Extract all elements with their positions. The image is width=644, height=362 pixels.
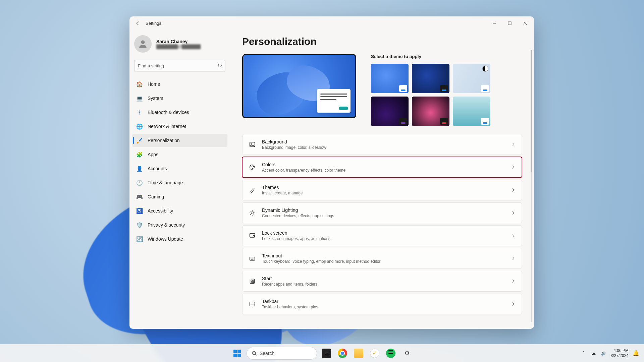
theme-tile-glow[interactable]	[371, 97, 409, 126]
theme-tile-flow[interactable]	[453, 97, 490, 126]
desktop: Settings Sarah Chaney ████████@███████	[0, 0, 644, 362]
folder-icon	[354, 349, 363, 358]
user-email: ████████@███████	[156, 44, 201, 49]
row-title: Dynamic Lighting	[262, 207, 505, 213]
sidebar-item-privacy[interactable]: 🛡️Privacy & security	[132, 218, 227, 232]
sidebar-item-label: Privacy & security	[148, 222, 185, 228]
sidebar-item-time[interactable]: 🕒Time & language	[132, 176, 227, 189]
dynamic-lighting-icon	[249, 209, 256, 217]
sidebar-item-apps[interactable]: 🧩Apps	[132, 148, 227, 161]
svg-point-8	[251, 212, 254, 214]
accessibility-icon: ♿	[136, 207, 143, 214]
theme-grid	[371, 64, 522, 126]
svg-point-18	[252, 351, 256, 355]
settings-taskbar-button[interactable]: ⚙	[400, 347, 414, 360]
chevron-right-icon	[511, 142, 516, 147]
svg-rect-10	[253, 236, 255, 237]
row-title: Lock screen	[262, 230, 505, 236]
minimize-button[interactable]	[486, 16, 502, 30]
scrollbar[interactable]	[531, 50, 532, 322]
setting-row-lock-screen[interactable]: Lock screenLock screen images, apps, ani…	[242, 225, 522, 246]
theme-mode-chip	[481, 85, 489, 92]
setting-row-taskbar[interactable]: TaskbarTaskbar behaviors, system pins	[242, 294, 522, 314]
chevron-right-icon	[511, 233, 516, 238]
sidebar-item-label: Windows Update	[148, 236, 183, 242]
row-title: Start	[262, 276, 505, 281]
svg-point-7	[253, 167, 254, 167]
row-subtitle: Lock screen images, apps, animations	[262, 236, 505, 241]
row-title: Text input	[262, 253, 505, 258]
text-input-icon	[249, 255, 256, 262]
maximize-button[interactable]	[502, 16, 517, 30]
close-button[interactable]	[517, 16, 533, 30]
app-title: Settings	[146, 21, 161, 26]
sidebar-item-bluetooth[interactable]: ᚼBluetooth & devices	[132, 106, 227, 119]
start-button[interactable]	[230, 347, 244, 360]
setting-row-colors[interactable]: ColorsAccent color, transparency effects…	[242, 157, 522, 178]
row-title: Taskbar	[262, 299, 505, 304]
theme-mode-chip	[440, 85, 448, 92]
chevron-right-icon	[511, 210, 516, 215]
sidebar-item-network[interactable]: 🌐Network & internet	[132, 120, 227, 133]
sidebar-item-update[interactable]: 🔄Windows Update	[132, 232, 227, 246]
svg-point-5	[251, 167, 251, 167]
user-account-row[interactable]: Sarah Chaney ████████@███████	[132, 33, 227, 57]
back-button[interactable]	[131, 16, 144, 30]
sidebar-item-accessibility[interactable]: ♿Accessibility	[132, 204, 227, 218]
volume-icon[interactable]: 🔊	[601, 350, 607, 356]
window-controls	[486, 16, 533, 30]
row-subtitle: Accent color, transparency effects, colo…	[262, 168, 505, 173]
clock[interactable]: 4:06 PM 3/27/2024	[611, 348, 629, 358]
setting-row-text-input[interactable]: Text inputTouch keyboard, voice typing, …	[242, 248, 522, 269]
svg-point-2	[218, 64, 221, 67]
contrast-icon	[482, 66, 488, 72]
theme-tile-captured-motion[interactable]	[412, 97, 449, 126]
sidebar-item-gaming[interactable]: 🎮Gaming	[132, 190, 227, 203]
search-input[interactable]	[134, 60, 225, 71]
taskbar-search-label: Search	[260, 351, 274, 356]
task-view-button[interactable]: ▭	[320, 347, 333, 360]
preview-sample-window	[317, 89, 351, 113]
search-wrap	[134, 60, 225, 71]
file-explorer-button[interactable]	[352, 347, 365, 360]
setting-row-start[interactable]: StartRecent apps and items, folders	[242, 271, 522, 292]
spotify-button[interactable]	[384, 347, 397, 360]
theme-tile-windows-dark[interactable]	[412, 64, 449, 93]
preview-row: Select a theme to apply	[242, 54, 522, 126]
chrome-button[interactable]	[336, 347, 349, 360]
sidebar-item-personalization[interactable]: 🖌️Personalization	[132, 134, 227, 147]
chevron-right-icon	[511, 302, 516, 306]
notifications-icon[interactable]: 🔔	[633, 350, 639, 356]
row-subtitle: Recent apps and items, folders	[262, 282, 505, 287]
setting-row-themes[interactable]: ThemesInstall, create, manage	[242, 180, 522, 200]
svg-rect-17	[250, 302, 255, 306]
svg-rect-11	[250, 257, 255, 260]
setting-row-dynamic-lighting[interactable]: Dynamic LightingConnected devices, effec…	[242, 202, 522, 223]
theme-tile-sunrise[interactable]	[453, 64, 490, 93]
row-title: Background	[262, 139, 505, 144]
norton-icon: ✓	[370, 349, 379, 358]
tray-chevron-icon[interactable]: ˄	[581, 350, 587, 356]
norton-button[interactable]: ✓	[368, 347, 381, 360]
search-icon	[252, 351, 257, 356]
onedrive-icon[interactable]: ☁	[591, 350, 597, 356]
chevron-right-icon	[511, 256, 516, 261]
chevron-right-icon	[511, 279, 516, 284]
theme-tile-windows-light[interactable]	[371, 64, 409, 93]
taskbar-search[interactable]: Search	[247, 347, 317, 360]
privacy-icon: 🛡️	[136, 222, 143, 228]
update-icon: 🔄	[136, 236, 143, 242]
sidebar-item-system[interactable]: 💻System	[132, 92, 227, 105]
svg-rect-16	[253, 282, 254, 283]
clock-time: 4:06 PM	[611, 348, 629, 353]
theme-mode-chip	[399, 118, 407, 125]
sidebar-item-home[interactable]: 🏠Home	[132, 77, 227, 91]
search-icon	[218, 63, 223, 68]
nav-list: 🏠Home💻SystemᚼBluetooth & devices🌐Network…	[132, 77, 227, 246]
setting-row-background[interactable]: BackgroundBackground image, color, slide…	[242, 134, 522, 155]
sidebar-item-accounts[interactable]: 👤Accounts	[132, 162, 227, 175]
background-icon	[249, 141, 256, 148]
chrome-icon	[338, 349, 347, 358]
time-icon: 🕒	[136, 179, 143, 186]
row-title: Colors	[262, 162, 505, 167]
